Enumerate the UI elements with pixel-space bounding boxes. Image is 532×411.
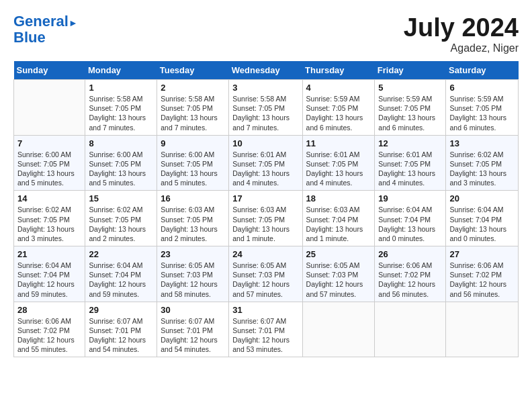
calendar-cell: 5Sunrise: 5:59 AM Sunset: 7:05 PM Daylig… bbox=[375, 80, 446, 136]
calendar-cell: 9Sunrise: 6:00 AM Sunset: 7:05 PM Daylig… bbox=[157, 135, 229, 191]
logo: General► Blue bbox=[13, 13, 78, 46]
day-number: 5 bbox=[378, 83, 442, 93]
calendar-cell bbox=[446, 302, 519, 357]
day-number: 20 bbox=[449, 193, 515, 203]
day-info: Sunrise: 6:07 AM Sunset: 7:01 PM Dayligh… bbox=[89, 316, 153, 355]
day-number: 14 bbox=[17, 193, 81, 203]
day-info: Sunrise: 5:58 AM Sunset: 7:05 PM Dayligh… bbox=[232, 94, 298, 132]
day-number: 8 bbox=[89, 138, 153, 148]
day-info: Sunrise: 6:06 AM Sunset: 7:02 PM Dayligh… bbox=[449, 261, 515, 299]
logo-general: General bbox=[13, 13, 69, 30]
week-row-1: 1Sunrise: 5:58 AM Sunset: 7:05 PM Daylig… bbox=[14, 80, 519, 136]
logo-blue: Blue bbox=[13, 30, 78, 46]
calendar-cell: 29Sunrise: 6:07 AM Sunset: 7:01 PM Dayli… bbox=[85, 302, 157, 357]
day-info: Sunrise: 6:04 AM Sunset: 7:04 PM Dayligh… bbox=[378, 205, 442, 243]
calendar-cell: 23Sunrise: 6:05 AM Sunset: 7:03 PM Dayli… bbox=[157, 246, 229, 302]
day-info: Sunrise: 5:59 AM Sunset: 7:05 PM Dayligh… bbox=[378, 94, 442, 132]
calendar-cell: 17Sunrise: 6:03 AM Sunset: 7:05 PM Dayli… bbox=[229, 191, 302, 246]
day-info: Sunrise: 6:02 AM Sunset: 7:05 PM Dayligh… bbox=[17, 205, 81, 243]
calendar-cell: 27Sunrise: 6:06 AM Sunset: 7:02 PM Dayli… bbox=[446, 246, 519, 302]
day-info: Sunrise: 6:05 AM Sunset: 7:03 PM Dayligh… bbox=[161, 261, 225, 299]
day-info: Sunrise: 5:59 AM Sunset: 7:05 PM Dayligh… bbox=[306, 94, 371, 132]
day-number: 30 bbox=[161, 305, 225, 315]
page-header: General► Blue July 2024 Agadez, Niger bbox=[13, 13, 519, 54]
week-row-3: 14Sunrise: 6:02 AM Sunset: 7:05 PM Dayli… bbox=[14, 191, 519, 246]
day-info: Sunrise: 5:58 AM Sunset: 7:05 PM Dayligh… bbox=[89, 94, 153, 132]
col-header-wednesday: Wednesday bbox=[229, 61, 302, 80]
day-info: Sunrise: 6:07 AM Sunset: 7:01 PM Dayligh… bbox=[161, 316, 225, 355]
day-info: Sunrise: 6:01 AM Sunset: 7:05 PM Dayligh… bbox=[378, 150, 442, 188]
day-info: Sunrise: 6:02 AM Sunset: 7:05 PM Dayligh… bbox=[89, 205, 153, 243]
calendar-cell: 11Sunrise: 6:01 AM Sunset: 7:05 PM Dayli… bbox=[302, 135, 375, 191]
day-number: 21 bbox=[17, 249, 81, 259]
day-info: Sunrise: 6:03 AM Sunset: 7:05 PM Dayligh… bbox=[161, 205, 225, 243]
day-number: 19 bbox=[378, 193, 442, 203]
calendar-cell: 26Sunrise: 6:06 AM Sunset: 7:02 PM Dayli… bbox=[375, 246, 446, 302]
calendar-cell: 31Sunrise: 6:07 AM Sunset: 7:01 PM Dayli… bbox=[229, 302, 302, 357]
calendar-header-row: SundayMondayTuesdayWednesdayThursdayFrid… bbox=[14, 61, 519, 80]
calendar-cell bbox=[375, 302, 446, 357]
calendar-cell: 14Sunrise: 6:02 AM Sunset: 7:05 PM Dayli… bbox=[14, 191, 85, 246]
col-header-thursday: Thursday bbox=[302, 61, 375, 80]
calendar-cell: 12Sunrise: 6:01 AM Sunset: 7:05 PM Dayli… bbox=[375, 135, 446, 191]
calendar-cell bbox=[302, 302, 375, 357]
day-number: 2 bbox=[161, 83, 225, 93]
day-number: 23 bbox=[161, 249, 225, 259]
day-number: 12 bbox=[378, 138, 442, 148]
calendar-cell: 25Sunrise: 6:05 AM Sunset: 7:03 PM Dayli… bbox=[302, 246, 375, 302]
day-info: Sunrise: 6:02 AM Sunset: 7:05 PM Dayligh… bbox=[449, 150, 515, 188]
day-number: 11 bbox=[306, 138, 371, 148]
calendar-cell bbox=[14, 80, 85, 136]
day-number: 26 bbox=[378, 249, 442, 259]
calendar-cell: 20Sunrise: 6:04 AM Sunset: 7:04 PM Dayli… bbox=[446, 191, 519, 246]
calendar-cell: 13Sunrise: 6:02 AM Sunset: 7:05 PM Dayli… bbox=[446, 135, 519, 191]
day-number: 18 bbox=[306, 193, 371, 203]
day-info: Sunrise: 6:04 AM Sunset: 7:04 PM Dayligh… bbox=[17, 261, 81, 299]
day-number: 7 bbox=[17, 138, 81, 148]
day-number: 17 bbox=[232, 193, 298, 203]
calendar-cell: 24Sunrise: 6:05 AM Sunset: 7:03 PM Dayli… bbox=[229, 246, 302, 302]
day-info: Sunrise: 6:04 AM Sunset: 7:04 PM Dayligh… bbox=[89, 261, 153, 299]
calendar-cell: 28Sunrise: 6:06 AM Sunset: 7:02 PM Dayli… bbox=[14, 302, 85, 357]
calendar-cell: 2Sunrise: 5:58 AM Sunset: 7:05 PM Daylig… bbox=[157, 80, 229, 136]
calendar-cell: 18Sunrise: 6:03 AM Sunset: 7:04 PM Dayli… bbox=[302, 191, 375, 246]
day-number: 1 bbox=[89, 83, 153, 93]
day-info: Sunrise: 6:00 AM Sunset: 7:05 PM Dayligh… bbox=[89, 150, 153, 188]
col-header-saturday: Saturday bbox=[446, 61, 519, 80]
day-info: Sunrise: 6:03 AM Sunset: 7:05 PM Dayligh… bbox=[232, 205, 298, 243]
day-number: 13 bbox=[449, 138, 515, 148]
calendar-cell: 1Sunrise: 5:58 AM Sunset: 7:05 PM Daylig… bbox=[85, 80, 157, 136]
day-number: 15 bbox=[89, 193, 153, 203]
location-subtitle: Agadez, Niger bbox=[404, 42, 519, 54]
day-info: Sunrise: 5:59 AM Sunset: 7:05 PM Dayligh… bbox=[449, 94, 515, 132]
calendar-cell: 15Sunrise: 6:02 AM Sunset: 7:05 PM Dayli… bbox=[85, 191, 157, 246]
day-number: 4 bbox=[306, 83, 371, 93]
day-info: Sunrise: 6:06 AM Sunset: 7:02 PM Dayligh… bbox=[378, 261, 442, 299]
day-info: Sunrise: 6:07 AM Sunset: 7:01 PM Dayligh… bbox=[232, 316, 298, 355]
day-info: Sunrise: 6:05 AM Sunset: 7:03 PM Dayligh… bbox=[232, 261, 298, 299]
day-number: 24 bbox=[232, 249, 298, 259]
calendar-cell: 10Sunrise: 6:01 AM Sunset: 7:05 PM Dayli… bbox=[229, 135, 302, 191]
day-number: 28 bbox=[17, 305, 81, 315]
day-info: Sunrise: 6:05 AM Sunset: 7:03 PM Dayligh… bbox=[306, 261, 371, 299]
title-block: July 2024 Agadez, Niger bbox=[404, 13, 519, 54]
calendar-cell: 4Sunrise: 5:59 AM Sunset: 7:05 PM Daylig… bbox=[302, 80, 375, 136]
day-info: Sunrise: 6:06 AM Sunset: 7:02 PM Dayligh… bbox=[17, 316, 81, 355]
month-title: July 2024 bbox=[404, 13, 519, 42]
col-header-sunday: Sunday bbox=[14, 61, 85, 80]
calendar-cell: 16Sunrise: 6:03 AM Sunset: 7:05 PM Dayli… bbox=[157, 191, 229, 246]
day-info: Sunrise: 6:00 AM Sunset: 7:05 PM Dayligh… bbox=[17, 150, 81, 188]
day-number: 27 bbox=[449, 249, 515, 259]
day-number: 9 bbox=[161, 138, 225, 148]
day-number: 22 bbox=[89, 249, 153, 259]
calendar-cell: 30Sunrise: 6:07 AM Sunset: 7:01 PM Dayli… bbox=[157, 302, 229, 357]
day-info: Sunrise: 6:01 AM Sunset: 7:05 PM Dayligh… bbox=[232, 150, 298, 188]
day-number: 31 bbox=[232, 305, 298, 315]
calendar-table: SundayMondayTuesdayWednesdayThursdayFrid… bbox=[13, 61, 519, 357]
day-number: 6 bbox=[449, 83, 515, 93]
calendar-cell: 6Sunrise: 5:59 AM Sunset: 7:05 PM Daylig… bbox=[446, 80, 519, 136]
calendar-cell: 8Sunrise: 6:00 AM Sunset: 7:05 PM Daylig… bbox=[85, 135, 157, 191]
day-number: 29 bbox=[89, 305, 153, 315]
calendar-cell: 19Sunrise: 6:04 AM Sunset: 7:04 PM Dayli… bbox=[375, 191, 446, 246]
col-header-tuesday: Tuesday bbox=[157, 61, 229, 80]
